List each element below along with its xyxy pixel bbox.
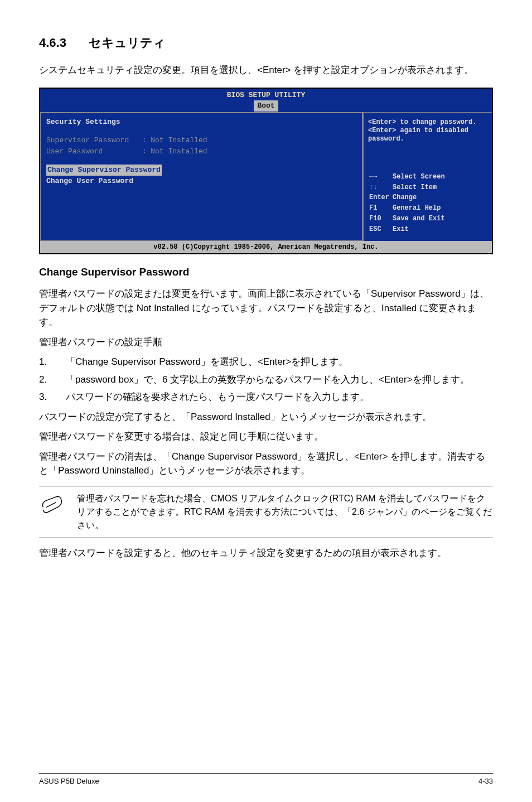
bios-menu-change-user: Change User Password — [46, 176, 356, 187]
bios-titlebar: BIOS SETUP UTILITY Boot — [40, 89, 492, 112]
section-title: セキュリティ — [89, 36, 166, 50]
steps-list: 1.「Change Supervisor Password」を選択し、<Ente… — [39, 355, 493, 404]
paperclip-icon — [39, 492, 77, 520]
bios-section-heading: Security Settings — [46, 117, 356, 128]
bios-menu-change-supervisor: Change Supervisor Password — [46, 165, 162, 176]
paragraph-5: 管理者パスワードを設定すると、他のセキュリティ設定を変更するための項目が表示され… — [39, 546, 493, 561]
section-heading: 4.6.3セキュリティ — [39, 33, 493, 52]
note-text: 管理者パスワードを忘れた場合、CMOS リアルタイムクロック(RTC) RAM … — [77, 492, 493, 532]
bios-title: BIOS SETUP UTILITY — [227, 91, 305, 99]
bios-row-supervisor: Supervisor Password : Not Installed — [46, 135, 356, 146]
bios-tab-boot: Boot — [254, 100, 278, 112]
bios-help-text: <Enter> to change password. <Enter> agai… — [368, 118, 487, 143]
paragraph-4: 管理者パスワードの消去は、「Change Supervisor Password… — [39, 450, 493, 478]
footer-right: 4-33 — [478, 776, 493, 787]
page-footer: ASUS P5B Deluxe 4-33 — [39, 773, 493, 787]
bios-screenshot: BIOS SETUP UTILITY Boot Security Setting… — [39, 88, 493, 254]
paragraph-3: 管理者パスワードを変更する場合は、設定と同じ手順に従います。 — [39, 429, 493, 444]
step-2: 2.「password box」で、6 文字以上の英数字からなるパスワードを入力… — [39, 373, 493, 387]
intro-paragraph: システムセキュリティ設定の変更。項目を選択し、<Enter> を押すと設定オプシ… — [39, 63, 493, 78]
paragraph-1: 管理者パスワードの設定または変更を行います。画面上部に表示されている「Super… — [39, 287, 493, 330]
subsection-heading: Change Supervisor Password — [39, 264, 493, 281]
bios-key-legend: ←→Select Screen ↑↓Select Item EnterChang… — [368, 171, 487, 235]
paragraph-2: パスワードの設定が完了すると、「Password Installed」というメッ… — [39, 410, 493, 424]
step-1: 1.「Change Supervisor Password」を選択し、<Ente… — [39, 355, 493, 369]
bios-row-user: User Password : Not Installed — [46, 146, 356, 157]
note-box: 管理者パスワードを忘れた場合、CMOS リアルタイムクロック(RTC) RAM … — [39, 486, 493, 538]
bios-footer: v02.58 (C)Copyright 1985-2006, American … — [40, 241, 492, 253]
step-3: 3.パスワードの確認を要求されたら、もう一度パスワードを入力します。 — [39, 390, 493, 404]
section-number: 4.6.3 — [39, 36, 66, 50]
steps-title: 管理者パスワードの設定手順 — [39, 335, 493, 350]
footer-left: ASUS P5B Deluxe — [39, 776, 99, 787]
